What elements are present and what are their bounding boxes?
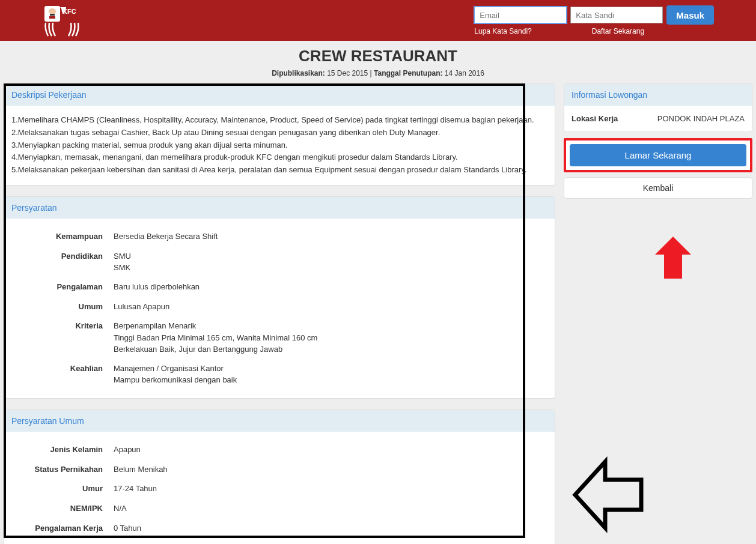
description-panel: Deskripsi Pekerjaan 1.Memelihara CHAMPS … xyxy=(4,83,555,186)
general-requirements-heading: Persyaratan Umum xyxy=(4,410,555,432)
brand-logo[interactable]: KFC xyxy=(42,4,85,37)
email-input[interactable] xyxy=(474,7,567,23)
row-label: Pengalaman xyxy=(11,281,114,294)
row-label: Kemampuan xyxy=(11,231,114,243)
row-value: Manajemen / Organisasi Kantor Mampu berk… xyxy=(114,363,547,386)
svg-text:KFC: KFC xyxy=(62,8,76,15)
row-label: Pendidikan xyxy=(11,250,114,274)
table-row: Umur17-24 Tahun xyxy=(11,479,547,499)
row-value: Belum Menikah xyxy=(114,464,547,476)
row-value: Berpenampilan Menarik Tinggi Badan Pria … xyxy=(114,320,547,355)
row-label: Status Pernikahan xyxy=(11,464,114,476)
row-label: Umur xyxy=(11,483,114,495)
job-details-column: Deskripsi Pekerjaan 1.Memelihara CHAMPS … xyxy=(4,83,555,544)
kfc-logo-icon: KFC xyxy=(42,5,85,37)
table-row: PengalamanBaru lulus diperbolehkan xyxy=(11,277,547,297)
general-requirements-panel: Persyaratan Umum Jenis KelaminApapunStat… xyxy=(4,410,555,544)
table-row: Jenis KelaminApapun xyxy=(11,440,547,460)
row-label: NEM/IPK xyxy=(11,503,114,515)
description-heading: Deskripsi Pekerjaan xyxy=(4,84,555,106)
table-row: KriteriaBerpenampilan Menarik Tinggi Bad… xyxy=(11,316,547,359)
password-input[interactable] xyxy=(570,7,663,23)
apply-box: Lamar Sekarang xyxy=(564,138,752,172)
description-body: 1.Memelihara CHAMPS (Cleanliness, Hospit… xyxy=(4,106,555,185)
svg-rect-2 xyxy=(50,14,55,16)
app-header: KFC Masuk Lupa Kata Sandi? Daftar Sekara… xyxy=(0,0,756,41)
table-row: UmumLulusan Apapun xyxy=(11,297,547,317)
row-label: Umum xyxy=(11,301,114,313)
job-info-heading: Informasi Lowongan xyxy=(564,84,752,106)
table-row: KeahlianManajemen / Organisasi Kantor Ma… xyxy=(11,359,547,390)
row-value: Baru lulus diperbolehkan xyxy=(114,281,547,294)
row-value: N/A xyxy=(114,503,547,515)
register-link[interactable]: Daftar Sekarang xyxy=(592,27,644,35)
requirements-heading: Persyaratan xyxy=(4,197,555,219)
location-label: Lokasi Kerja xyxy=(572,114,618,123)
forgot-password-link[interactable]: Lupa Kata Sandi? xyxy=(474,27,531,35)
page-title: CREW RESTAURANT xyxy=(4,47,752,65)
svg-rect-3 xyxy=(49,16,55,19)
row-value: Bersedia Bekerja Secara Shift xyxy=(114,231,547,243)
row-label: Pengalaman Kerja xyxy=(11,522,114,535)
job-info-panel: Informasi Lowongan Lokasi Kerja PONDOK I… xyxy=(564,83,752,132)
table-row: Pengalaman Kerja0 Tahun xyxy=(11,519,547,539)
row-label: Jenis Kelamin xyxy=(11,444,114,456)
page-meta: Dipublikasikan: 15 Dec 2015 | Tanggal Pe… xyxy=(4,69,752,77)
table-row: PendidikanSMU SMK xyxy=(11,247,547,277)
table-row: KemampuanBersedia Bekerja Secara Shift xyxy=(11,227,547,247)
svg-point-1 xyxy=(49,8,56,14)
login-button[interactable]: Masuk xyxy=(666,5,714,25)
row-value: 0 Tahun xyxy=(114,522,547,535)
row-value: SMU SMK xyxy=(114,250,547,274)
row-label: Keahlian xyxy=(11,363,114,386)
row-label: Kriteria xyxy=(11,320,114,355)
requirements-panel: Persyaratan KemampuanBersedia Bekerja Se… xyxy=(4,196,555,399)
row-value: 17-24 Tahun xyxy=(114,483,547,495)
sidebar-column: Informasi Lowongan Lokasi Kerja PONDOK I… xyxy=(564,83,752,544)
location-value: PONDOK INDAH PLAZA xyxy=(657,114,745,123)
row-value: Apapun xyxy=(114,444,547,456)
apply-now-button[interactable]: Lamar Sekarang xyxy=(570,144,746,166)
table-row: NEM/IPKN/A xyxy=(11,499,547,519)
row-value: Lulusan Apapun xyxy=(114,301,547,313)
back-button[interactable]: Kembali xyxy=(564,177,752,199)
table-row: Status PernikahanBelum Menikah xyxy=(11,460,547,480)
